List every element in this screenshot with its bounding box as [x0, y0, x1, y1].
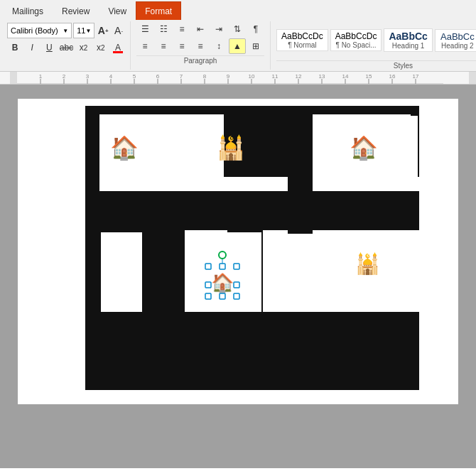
svg-text:1: 1 [39, 73, 43, 80]
style-h1-preview: AaBbCc [389, 31, 427, 42]
icon-mosque-topcenter: 🕌 [217, 134, 245, 161]
font-grow-btn[interactable]: A+ [96, 23, 110, 38]
style-h2-preview: AaBbCc [440, 31, 475, 42]
decrease-indent-btn[interactable]: ⇤ [192, 21, 209, 37]
style-normal-preview: AaBbCcDc [281, 31, 323, 41]
tab-mailings[interactable]: Mailings [3, 1, 53, 20]
paragraph-bottom-row: ≡ ≡ ≡ ≡ ↕ ▲ ⊞ [136, 38, 264, 54]
style-nospace[interactable]: AaBbCcDc ¶ No Spaci... [330, 29, 382, 51]
svg-text:8: 8 [203, 73, 207, 80]
align-center-btn[interactable]: ≡ [155, 38, 172, 54]
font-color-underline [113, 51, 123, 53]
font-size-input[interactable]: 11 ▼ [73, 23, 94, 38]
svg-text:2: 2 [63, 73, 66, 80]
map-container: 🏠 🕌 🏠 🕌 🏠 [85, 106, 419, 390]
align-left-btn[interactable]: ≡ [136, 38, 153, 54]
paragraph-label: Paragraph [136, 55, 264, 65]
svg-rect-42 [142, 191, 185, 390]
svg-text:7: 7 [180, 73, 183, 80]
svg-rect-41 [288, 106, 313, 234]
style-h1-label: Heading 1 [392, 42, 425, 50]
svg-text:9: 9 [227, 73, 230, 80]
font-shrink-btn[interactable]: A- [112, 23, 126, 38]
svg-rect-47 [101, 232, 142, 312]
svg-rect-39 [85, 312, 419, 390]
svg-text:3: 3 [86, 73, 90, 80]
ribbon: Calibri (Body) ▼ 11 ▼ A+ A- B I U abc x2… [0, 20, 476, 72]
svg-text:15: 15 [366, 73, 372, 80]
handle-br[interactable] [234, 293, 239, 299]
strikethrough-btn[interactable]: abc [58, 40, 74, 55]
tab-view[interactable]: View [99, 1, 136, 20]
bullet-list-btn[interactable]: ☰ [136, 21, 153, 37]
tab-bar: Mailings Review View Format [0, 0, 476, 20]
document-page: 🏠 🕌 🏠 🕌 🏠 [18, 99, 458, 404]
rotation-handle[interactable] [219, 251, 226, 259]
sort-btn[interactable]: ⇅ [229, 21, 246, 37]
handle-bl[interactable] [205, 293, 211, 299]
italic-btn[interactable]: I [24, 40, 40, 55]
style-nospace-preview: AaBbCcDc [335, 31, 377, 41]
style-h2-label: Heading 2 [441, 42, 474, 50]
svg-text:14: 14 [342, 73, 349, 80]
icon-mosque-bottomright: 🕌 [355, 252, 380, 276]
subscript-btn[interactable]: x2 [76, 40, 92, 55]
style-normal[interactable]: AaBbCcDc ¶ Normal [276, 29, 328, 51]
svg-text:13: 13 [319, 73, 325, 80]
handle-tm[interactable] [220, 264, 225, 269]
superscript-btn[interactable]: x2 [93, 40, 109, 55]
bold-btn[interactable]: B [7, 40, 23, 55]
tab-format[interactable]: Format [136, 1, 181, 20]
show-formatting-btn[interactable]: ¶ [247, 21, 264, 37]
svg-text:11: 11 [272, 73, 278, 80]
paragraph-group: ☰ ☷ ≡ ⇤ ⇥ ⇅ ¶ ≡ ≡ ≡ ≡ ↕ ▲ ⊞ Paragraph [131, 21, 271, 70]
paragraph-top-row: ☰ ☷ ≡ ⇤ ⇥ ⇅ ¶ [136, 21, 264, 37]
underline-btn[interactable]: U [41, 40, 57, 55]
align-right-btn[interactable]: ≡ [173, 38, 190, 54]
icon-house-topleft: 🏠 [110, 134, 139, 161]
svg-rect-44 [295, 312, 337, 390]
ruler-svg: 1 2 3 4 5 6 7 8 9 [17, 72, 469, 85]
svg-text:12: 12 [296, 73, 302, 80]
line-spacing-btn[interactable]: ↕ [210, 38, 227, 54]
borders-btn[interactable]: ⊞ [247, 38, 264, 54]
styles-group: AaBbCcDc ¶ Normal AaBbCcDc ¶ No Spaci...… [271, 21, 476, 70]
handle-ml[interactable] [205, 282, 211, 288]
document-area: 🏠 🕌 🏠 🕌 🏠 [0, 85, 476, 468]
font-name-dropdown[interactable]: Calibri (Body) ▼ [7, 23, 72, 38]
svg-text:10: 10 [249, 73, 255, 80]
ribbon-main: Calibri (Body) ▼ 11 ▼ A+ A- B I U abc x2… [0, 20, 476, 71]
svg-text:6: 6 [156, 73, 160, 80]
handle-tr[interactable] [234, 264, 239, 269]
font-color-btn[interactable]: A [110, 40, 126, 55]
svg-text:4: 4 [109, 73, 113, 80]
handle-tl[interactable] [205, 264, 211, 269]
styles-label: Styles [276, 60, 476, 70]
tab-review[interactable]: Review [53, 1, 99, 20]
map-svg: 🏠 🕌 🏠 🕌 🏠 [85, 106, 419, 390]
increase-indent-btn[interactable]: ⇥ [210, 21, 227, 37]
style-heading1[interactable]: AaBbCc Heading 1 [384, 28, 432, 52]
svg-text:16: 16 [389, 73, 396, 80]
style-normal-label: ¶ Normal [288, 41, 316, 49]
shading-btn[interactable]: ▲ [229, 38, 246, 54]
styles-row: AaBbCcDc ¶ Normal AaBbCcDc ¶ No Spaci...… [276, 21, 476, 59]
numbered-list-btn[interactable]: ☷ [155, 21, 172, 37]
style-nospace-label: ¶ No Spaci... [336, 41, 377, 49]
align-justify-btn[interactable]: ≡ [192, 38, 209, 54]
svg-text:17: 17 [413, 73, 419, 80]
ruler: 1 2 3 4 5 6 7 8 9 [0, 72, 476, 85]
style-heading2[interactable]: AaBbCc Heading 2 [435, 29, 476, 52]
icon-house-selected[interactable]: 🏠 [211, 271, 234, 294]
handle-bm[interactable] [220, 293, 225, 299]
handle-mr[interactable] [234, 282, 239, 288]
multilevel-list-btn[interactable]: ≡ [173, 21, 190, 37]
icon-house-topright: 🏠 [350, 134, 378, 161]
svg-text:5: 5 [133, 73, 136, 80]
